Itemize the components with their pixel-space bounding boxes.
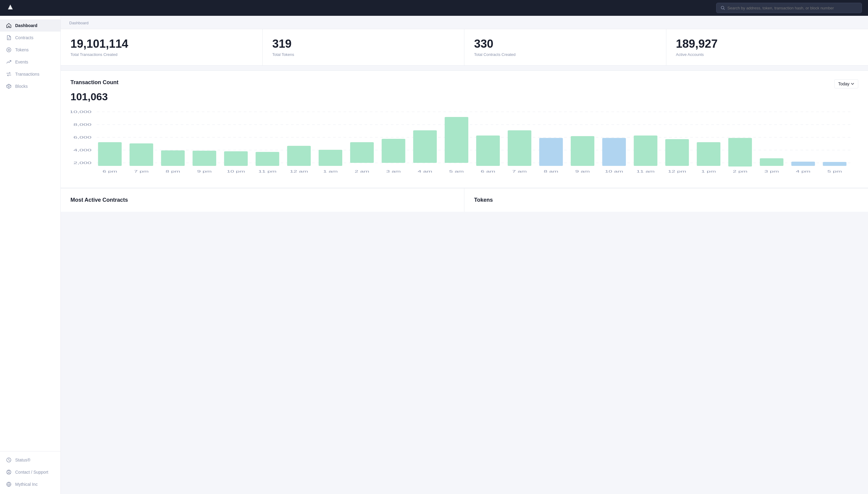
svg-rect-24: [319, 150, 342, 166]
svg-rect-31: [539, 138, 563, 166]
sidebar-label-transactions: Transactions: [15, 72, 39, 77]
sidebar-item-org[interactable]: Mythical Inc: [0, 478, 60, 490]
svg-text:2,000: 2,000: [74, 161, 92, 165]
svg-rect-33: [602, 138, 626, 166]
svg-rect-18: [130, 144, 153, 166]
sidebar-label-status: Status®: [15, 458, 31, 462]
most-active-contracts-card: Most Active Contracts: [61, 188, 465, 212]
svg-rect-26: [382, 139, 406, 163]
sidebar-item-tokens[interactable]: Tokens: [0, 44, 60, 56]
svg-text:6 am: 6 am: [481, 170, 495, 173]
sidebar-item-contracts[interactable]: Contracts: [0, 32, 60, 44]
svg-text:3 am: 3 am: [386, 170, 401, 173]
svg-rect-23: [287, 146, 311, 166]
stat-number-contracts: 330: [474, 38, 656, 51]
svg-text:11 pm: 11 pm: [258, 170, 276, 173]
stat-label-tokens: Total Tokens: [272, 52, 455, 57]
svg-rect-21: [224, 151, 248, 166]
svg-rect-39: [791, 162, 815, 166]
chart-section: Transaction Count Today 101,063: [61, 71, 868, 188]
status-icon: [6, 457, 12, 463]
svg-text:10 pm: 10 pm: [227, 170, 245, 173]
svg-point-2: [8, 49, 10, 51]
circle-dot-icon: [6, 47, 12, 53]
topbar: [0, 0, 868, 16]
chart-dropdown[interactable]: Today: [834, 79, 858, 89]
stat-label-contracts: Total Contracts Created: [474, 52, 656, 57]
svg-text:5 am: 5 am: [449, 170, 464, 173]
main-content: Dashboard 19,101,114 Total Transactions …: [61, 16, 868, 494]
arrows-icon: [6, 71, 12, 77]
svg-text:5 pm: 5 pm: [827, 170, 842, 173]
most-active-contracts-title: Most Active Contracts: [71, 197, 454, 203]
chart-area: 10,000 8,000 6,000 4,000 2,000: [71, 109, 858, 182]
sidebar-item-dashboard[interactable]: Dashboard: [0, 19, 60, 32]
sidebar: Dashboard Contracts Tokens Events: [0, 16, 61, 494]
tokens-card: Tokens: [465, 188, 868, 212]
svg-text:8 am: 8 am: [544, 170, 558, 173]
sidebar-item-events[interactable]: Events: [0, 56, 60, 68]
svg-text:2 am: 2 am: [355, 170, 369, 173]
stat-label-accounts: Active Accounts: [676, 52, 859, 57]
sidebar-item-support[interactable]: Contact / Support: [0, 466, 60, 478]
sidebar-label-contracts: Contracts: [15, 35, 34, 40]
sidebar-item-transactions[interactable]: Transactions: [0, 68, 60, 80]
svg-point-1: [7, 48, 11, 52]
bottom-section: Most Active Contracts Tokens: [61, 188, 868, 212]
cube-icon: [6, 83, 12, 89]
file-icon: [6, 35, 12, 40]
svg-text:9 pm: 9 pm: [197, 170, 212, 173]
sidebar-label-tokens: Tokens: [15, 48, 28, 52]
svg-point-5: [8, 471, 10, 473]
svg-text:12 pm: 12 pm: [668, 170, 686, 173]
svg-text:6,000: 6,000: [74, 135, 92, 139]
svg-rect-34: [634, 135, 657, 166]
logo: [6, 3, 15, 13]
svg-rect-29: [476, 135, 500, 166]
svg-text:7 pm: 7 pm: [134, 170, 149, 173]
svg-rect-17: [98, 142, 122, 166]
svg-rect-22: [256, 152, 279, 166]
globe-icon: [6, 481, 12, 487]
svg-rect-19: [161, 150, 185, 166]
sidebar-item-blocks[interactable]: Blocks: [0, 80, 60, 92]
svg-rect-30: [508, 130, 532, 166]
svg-rect-25: [350, 142, 374, 163]
chart-header: Transaction Count Today: [71, 79, 858, 89]
sidebar-label-dashboard: Dashboard: [15, 23, 37, 28]
svg-text:4 pm: 4 pm: [796, 170, 810, 173]
search-icon: [721, 6, 725, 10]
svg-rect-20: [193, 151, 216, 166]
svg-text:4 am: 4 am: [418, 170, 432, 173]
chart-svg: 10,000 8,000 6,000 4,000 2,000: [71, 109, 858, 182]
svg-text:7 am: 7 am: [512, 170, 527, 173]
svg-text:8 pm: 8 pm: [165, 170, 180, 173]
home-icon: [6, 23, 12, 28]
tokens-title: Tokens: [474, 197, 858, 203]
stat-card-transactions: 19,101,114 Total Transactions Created: [61, 29, 263, 65]
support-icon: [6, 469, 12, 475]
chart-title: Transaction Count: [71, 79, 118, 86]
svg-text:6 pm: 6 pm: [103, 170, 117, 173]
chart-count: 101,063: [71, 91, 858, 103]
sidebar-item-status[interactable]: Status®: [0, 454, 60, 466]
sidebar-label-org: Mythical Inc: [15, 482, 38, 487]
svg-text:10 am: 10 am: [605, 170, 623, 173]
svg-text:10,000: 10,000: [71, 110, 92, 114]
svg-text:9 am: 9 am: [575, 170, 590, 173]
svg-text:12 am: 12 am: [290, 170, 308, 173]
svg-text:11 am: 11 am: [636, 170, 655, 173]
svg-rect-40: [823, 162, 846, 166]
breadcrumb: Dashboard: [61, 16, 868, 29]
stat-number-accounts: 189,927: [676, 38, 859, 51]
svg-rect-27: [413, 130, 437, 163]
trending-up-icon: [6, 59, 12, 65]
stat-card-tokens: 319 Total Tokens: [263, 29, 465, 65]
stats-row: 19,101,114 Total Transactions Created 31…: [61, 29, 868, 65]
svg-rect-38: [760, 158, 784, 166]
search-bar[interactable]: [716, 3, 862, 13]
search-input[interactable]: [727, 6, 857, 10]
svg-text:8,000: 8,000: [74, 123, 92, 127]
svg-text:3 pm: 3 pm: [765, 170, 779, 173]
svg-text:1 pm: 1 pm: [701, 170, 716, 173]
